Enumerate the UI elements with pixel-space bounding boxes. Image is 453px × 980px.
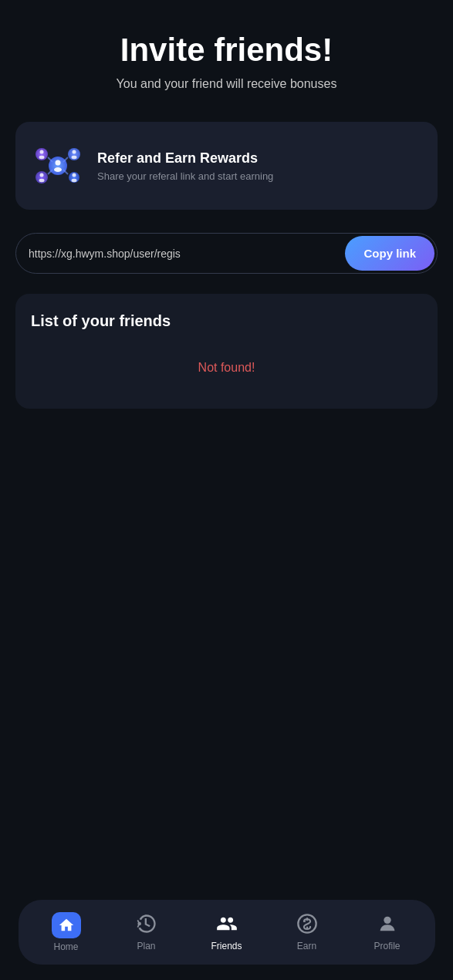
svg-point-14 (72, 156, 77, 159)
svg-point-13 (73, 150, 76, 154)
nav-label-friends: Friends (211, 941, 242, 951)
nav-item-plan[interactable]: Plan (116, 910, 177, 955)
page-title: Invite friends! (15, 31, 438, 69)
refer-text: Refer and Earn Rewards Share your refera… (97, 150, 422, 182)
home-icon (52, 912, 81, 938)
referral-link-section: Copy link (15, 233, 438, 274)
nav-label-home: Home (53, 941, 78, 952)
svg-point-18 (72, 179, 77, 182)
copy-link-button[interactable]: Copy link (345, 236, 434, 271)
nav-label-plan: Plan (137, 941, 155, 951)
svg-point-11 (40, 150, 44, 154)
header-section: Invite friends! You and your friend will… (0, 0, 453, 106)
nav-item-home[interactable]: Home (35, 909, 97, 955)
svg-point-0 (49, 157, 67, 175)
nav-item-earn[interactable]: Earn (276, 910, 338, 955)
refer-icon (31, 139, 85, 193)
svg-point-21 (384, 917, 390, 924)
earn-icon (296, 913, 318, 938)
nav-label-profile: Profile (374, 941, 400, 951)
friends-icon (215, 913, 238, 938)
svg-point-16 (39, 179, 45, 182)
svg-point-10 (54, 167, 62, 172)
friends-list-title: List of your friends (31, 312, 422, 330)
refer-title: Refer and Earn Rewards (97, 150, 422, 167)
refer-description: Share your referal link and start earnin… (97, 170, 422, 182)
friends-list-section: List of your friends Not found! (15, 294, 438, 409)
page-subtitle: You and your friend will receive bonuses (15, 77, 438, 91)
nav-item-friends[interactable]: Friends (196, 910, 258, 955)
profile-icon (377, 913, 398, 938)
svg-point-17 (73, 173, 76, 177)
nav-label-earn: Earn (297, 941, 316, 951)
svg-point-12 (39, 156, 45, 159)
svg-point-9 (56, 160, 61, 166)
bottom-nav: Home Plan Friends (19, 900, 435, 965)
page-container: Invite friends! You and your friend will… (0, 0, 453, 980)
not-found-message: Not found! (31, 345, 422, 390)
nav-item-profile[interactable]: Profile (357, 910, 418, 955)
svg-point-15 (40, 173, 44, 177)
referral-link-input[interactable] (16, 237, 343, 271)
plan-icon (136, 913, 157, 938)
refer-card: Refer and Earn Rewards Share your refera… (15, 122, 438, 210)
